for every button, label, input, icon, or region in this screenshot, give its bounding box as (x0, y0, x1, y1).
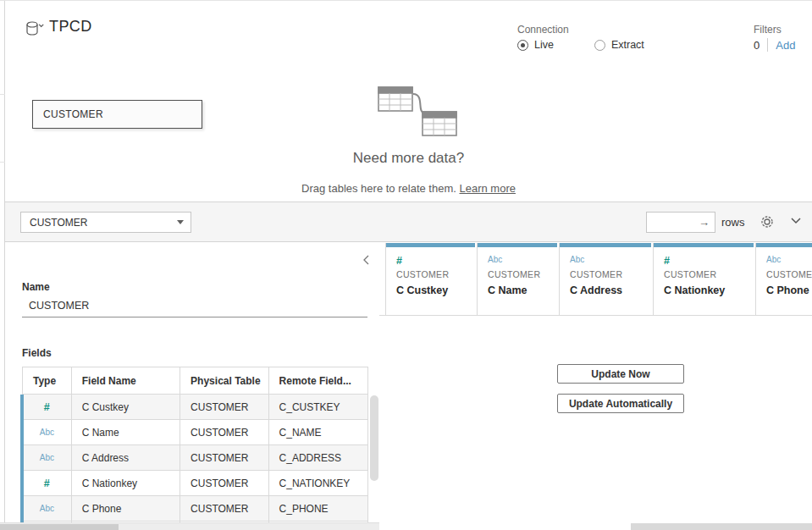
datasource-icon[interactable] (25, 21, 47, 36)
data-preview-grid: # CUSTOMER C Custkey Abc CUSTOMER C Name… (379, 242, 812, 530)
cell-remote-field: C_NATIONKEY (269, 471, 367, 495)
empty-state-title: Need more data? (5, 150, 812, 167)
canvas-table-label: CUSTOMER (43, 108, 103, 120)
column-table-name: CUSTOMER (766, 269, 812, 279)
connection-label: Connection (517, 24, 569, 36)
table-select-dropdown[interactable]: CUSTOMER (20, 212, 191, 233)
grid-header-divider (379, 315, 812, 316)
cell-remote-field: C_NAME (269, 420, 367, 444)
cell-field-name: C Nationkey (72, 471, 180, 495)
relate-tables-illustration (375, 84, 460, 138)
extract-radio-label[interactable]: Extract (611, 39, 644, 51)
string-type-icon: Abc (40, 428, 54, 437)
cell-field-name: C Name (72, 420, 180, 444)
number-type-icon: # (44, 478, 50, 489)
column-field-name: C Address (570, 284, 653, 296)
name-label: Name (22, 281, 50, 293)
empty-state-text: Drag tables here to relate them. (301, 182, 456, 195)
cell-remote-field: C_ADDRESS (269, 445, 367, 470)
column-accent-strip (654, 243, 754, 247)
gear-icon[interactable] (760, 214, 775, 229)
column-field-name: C Phone (766, 284, 812, 296)
filters-add-link[interactable]: Add (776, 39, 795, 52)
cell-physical-table: CUSTOMER (180, 471, 269, 495)
number-type-icon: # (396, 255, 477, 267)
row-selection-strip (20, 395, 24, 523)
cell-field-name: C Phone (72, 496, 180, 521)
column-table-name: CUSTOMER (664, 269, 755, 279)
column-accent-strip (756, 243, 812, 247)
cell-physical-table: CUSTOMER (180, 445, 269, 470)
fields-label: Fields (22, 347, 52, 359)
rows-count-input[interactable]: → (646, 212, 715, 233)
panel-horizontal-scrollbar[interactable] (0, 522, 379, 530)
chevron-down-icon[interactable] (791, 218, 801, 224)
empty-state-subtitle: Drag tables here to relate them. Learn m… (5, 182, 812, 195)
live-radio-label[interactable]: Live (534, 39, 554, 51)
cell-remote-field: C_CUSTKEY (269, 395, 367, 419)
filters-count: 0 (754, 39, 760, 52)
relationship-canvas: TPCD Connection Live Extract Filters 0 A… (5, 1, 812, 202)
fields-table-header-row: Type Field Name Physical Table Remote Fi… (23, 367, 367, 395)
cell-physical-table: CUSTOMER (180, 395, 269, 419)
update-now-button[interactable]: Update Now (557, 364, 684, 384)
fields-table: Type Field Name Physical Table Remote Fi… (22, 367, 368, 526)
string-type-icon: Abc (40, 504, 54, 513)
column-field-name: C Name (488, 284, 559, 296)
column-accent-strip (386, 243, 475, 247)
string-type-icon: Abc (488, 255, 559, 267)
string-type-icon: Abc (766, 255, 812, 267)
panel-scrollbar-thumb[interactable] (0, 524, 119, 530)
grid-column-header[interactable]: # CUSTOMER C Custkey (385, 243, 478, 315)
apply-rows-arrow-icon[interactable]: → (699, 216, 715, 229)
grid-column-header[interactable]: # CUSTOMER C Nationkey (654, 243, 756, 315)
cell-remote-field: C_PHONE (269, 496, 367, 521)
column-accent-strip (478, 243, 557, 247)
grid-column-header[interactable]: Abc CUSTOMER C Phone (756, 243, 812, 315)
grid-horizontal-scrollbar[interactable] (631, 523, 812, 530)
rows-count-field[interactable] (647, 213, 696, 231)
datasource-title[interactable]: TPCD (49, 18, 92, 36)
table-select-value: CUSTOMER (30, 217, 87, 229)
table-row[interactable]: Abc C Phone CUSTOMER C_PHONE (23, 496, 367, 522)
string-type-icon: Abc (40, 453, 54, 462)
column-table-name: CUSTOMER (396, 269, 477, 279)
grid-column-header[interactable]: Abc CUSTOMER C Name (478, 243, 560, 315)
datagrid-toolbar: CUSTOMER → rows (5, 202, 812, 242)
cell-physical-table: CUSTOMER (180, 496, 269, 521)
number-type-icon: # (664, 255, 755, 267)
table-name-input[interactable]: CUSTOMER (22, 295, 367, 317)
rows-label: rows (721, 216, 744, 229)
string-type-icon: Abc (570, 255, 653, 267)
extract-radio[interactable] (594, 40, 605, 51)
cell-field-name: C Address (72, 445, 180, 470)
column-accent-strip (560, 243, 651, 247)
cell-physical-table: CUSTOMER (180, 420, 269, 444)
table-row[interactable]: Abc C Address CUSTOMER C_ADDRESS (23, 445, 367, 471)
col-header-physical-table[interactable]: Physical Table (180, 367, 268, 394)
dropdown-caret-icon (177, 220, 184, 224)
filters-label: Filters (754, 24, 782, 36)
table-details-panel: Name CUSTOMER Fields Type Field Name Phy… (5, 242, 379, 530)
live-radio[interactable] (517, 40, 528, 51)
table-row[interactable]: Abc C Name CUSTOMER C_NAME (23, 420, 367, 445)
column-field-name: C Custkey (396, 284, 477, 296)
table-row[interactable]: # C Nationkey CUSTOMER C_NATIONKEY (23, 471, 367, 496)
column-field-name: C Nationkey (664, 284, 755, 296)
collapse-panel-icon[interactable] (362, 255, 369, 265)
column-table-name: CUSTOMER (570, 269, 653, 279)
update-automatically-button[interactable]: Update Automatically (557, 394, 684, 413)
column-table-name: CUSTOMER (488, 269, 559, 279)
col-header-field-name[interactable]: Field Name (72, 367, 180, 394)
grid-column-header[interactable]: Abc CUSTOMER C Address (560, 243, 654, 315)
learn-more-link[interactable]: Learn more (459, 182, 515, 195)
table-name-value: CUSTOMER (29, 300, 89, 312)
filters-divider (767, 38, 768, 52)
col-header-type[interactable]: Type (23, 367, 72, 394)
cell-field-name: C Custkey (72, 395, 180, 419)
canvas-table-customer[interactable]: CUSTOMER (32, 100, 202, 129)
fields-table-scrollbar[interactable] (370, 395, 378, 481)
number-type-icon: # (44, 401, 50, 413)
col-header-remote-field[interactable]: Remote Field... (269, 367, 367, 394)
table-row[interactable]: # C Custkey CUSTOMER C_CUSTKEY (23, 395, 367, 420)
